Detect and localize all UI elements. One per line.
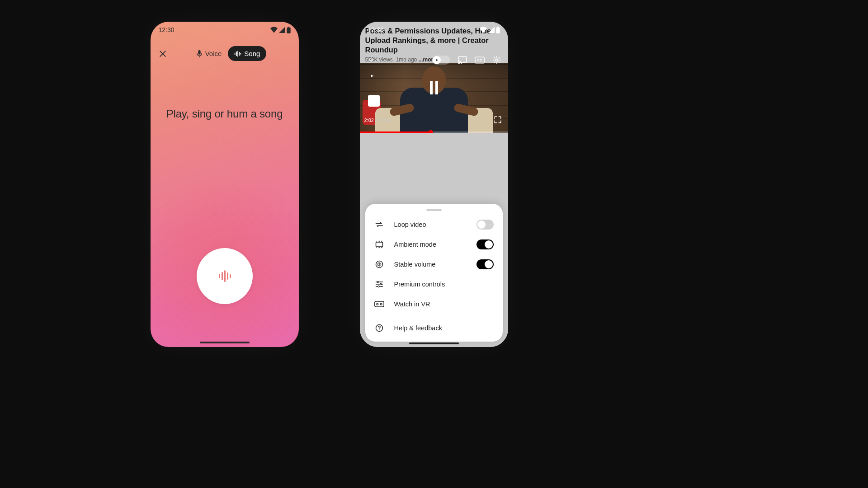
progress-bar[interactable]	[360, 131, 508, 133]
divider	[374, 316, 494, 316]
signal-icon	[488, 27, 495, 33]
svg-rect-12	[230, 274, 231, 278]
sheet-grabber[interactable]	[426, 209, 442, 211]
svg-rect-1	[288, 27, 289, 28]
ambient-icon	[374, 239, 384, 249]
svg-rect-25	[374, 301, 383, 307]
svg-rect-4	[236, 52, 237, 56]
time-total: 23:09	[378, 117, 391, 123]
svg-rect-0	[287, 27, 290, 33]
sheet-label: Stable volume	[394, 261, 467, 268]
wifi-icon	[480, 27, 487, 33]
toggle-stable[interactable]	[476, 259, 494, 269]
svg-point-16	[458, 63, 459, 64]
tab-song-label: Song	[244, 50, 260, 57]
sheet-row-ambient[interactable]: Ambient mode	[365, 235, 503, 254]
battery-icon	[496, 27, 500, 33]
time-current: 2:02	[364, 117, 374, 123]
svg-rect-10	[224, 270, 226, 282]
status-time: 12:30	[159, 26, 175, 33]
player-top-controls: CC	[360, 55, 508, 65]
sheet-row-vr[interactable]: Watch in VR	[365, 294, 503, 314]
record-button[interactable]	[197, 248, 253, 304]
battery-icon	[287, 27, 291, 33]
svg-point-27	[380, 303, 382, 305]
status-bar: 12:30	[360, 22, 508, 33]
search-mode-segmented: Voice Song	[189, 45, 268, 62]
chevron-down-icon[interactable]	[366, 55, 376, 65]
svg-point-26	[376, 303, 378, 305]
stable-volume-icon	[374, 259, 384, 269]
svg-point-24	[377, 286, 379, 287]
pause-button[interactable]	[430, 81, 438, 94]
svg-rect-9	[222, 272, 223, 280]
phone-youtube: 12:30	[360, 22, 508, 347]
svg-point-23	[380, 283, 381, 285]
sheet-row-loop[interactable]: Loop video	[365, 215, 503, 235]
toggle-loop[interactable]	[476, 220, 494, 230]
status-icons	[270, 27, 291, 33]
cast-icon[interactable]	[458, 55, 467, 65]
svg-point-22	[377, 281, 378, 282]
signal-icon	[279, 27, 285, 33]
svg-rect-5	[238, 51, 239, 56]
fullscreen-icon[interactable]	[493, 115, 503, 125]
close-icon[interactable]	[158, 49, 168, 59]
sheet-label: Ambient mode	[394, 241, 467, 248]
gear-icon[interactable]	[492, 55, 502, 65]
sheet-label: Watch in VR	[394, 300, 494, 308]
vr-icon	[374, 299, 384, 309]
sliders-icon	[374, 279, 384, 289]
svg-rect-7	[241, 53, 241, 54]
sheet-row-help[interactable]: Help & feedback	[365, 318, 503, 338]
microphone-icon	[196, 50, 203, 57]
phone-song-search: 12:30 Voice Song Play,	[151, 22, 299, 347]
svg-rect-14	[497, 27, 498, 28]
status-bar: 12:30	[151, 22, 299, 33]
sheet-row-premium[interactable]: Premium controls	[365, 274, 503, 294]
sheet-row-stable[interactable]: Stable volume	[365, 254, 503, 274]
home-indicator	[409, 343, 459, 344]
svg-rect-20	[376, 242, 382, 247]
autoplay-toggle[interactable]	[432, 56, 450, 65]
loop-icon	[374, 220, 384, 230]
svg-point-29	[379, 329, 380, 330]
settings-sheet: Loop video Ambient mode Stable volume	[365, 204, 503, 342]
svg-rect-6	[239, 52, 240, 56]
sheet-label: Premium controls	[394, 281, 494, 288]
tab-song[interactable]: Song	[228, 46, 266, 61]
svg-rect-13	[496, 27, 500, 33]
home-indicator	[200, 342, 250, 343]
wifi-icon	[270, 27, 278, 33]
sheet-label: Help & feedback	[394, 324, 494, 332]
tab-voice-label: Voice	[205, 50, 222, 57]
cc-icon[interactable]: CC	[475, 55, 485, 65]
status-time: 12:30	[368, 26, 384, 33]
help-icon	[374, 323, 384, 333]
toggle-ambient[interactable]	[476, 239, 494, 249]
tab-voice[interactable]: Voice	[190, 46, 228, 61]
status-icons	[480, 27, 500, 33]
svg-rect-2	[198, 50, 200, 55]
svg-rect-11	[227, 272, 228, 280]
svg-text:CC: CC	[477, 58, 482, 62]
soundwave-icon	[234, 51, 241, 57]
svg-rect-8	[219, 274, 220, 278]
sheet-label: Loop video	[394, 221, 467, 228]
svg-point-19	[495, 59, 498, 61]
svg-rect-3	[235, 52, 236, 55]
song-prompt: Play, sing or hum a song	[151, 108, 299, 120]
soundwave-icon	[218, 270, 231, 282]
playback-time: 2:02 / 23:09	[364, 117, 391, 123]
